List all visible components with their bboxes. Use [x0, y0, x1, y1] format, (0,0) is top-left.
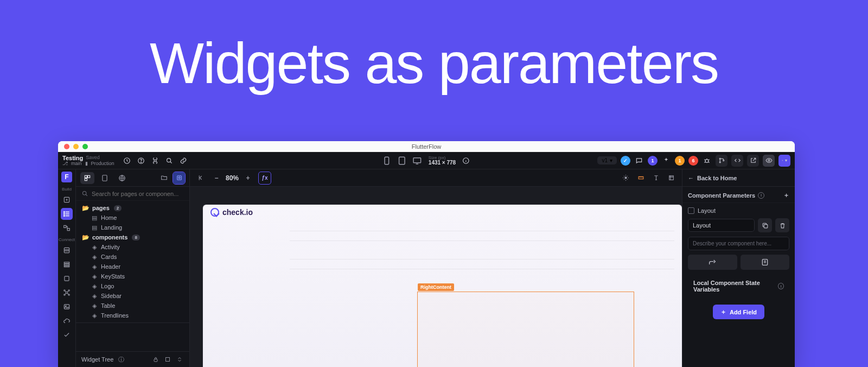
diamond-icon: ◈ [91, 273, 98, 280]
layout-field[interactable]: Layout [688, 219, 755, 232]
database-icon[interactable] [61, 244, 73, 256]
warning-badge[interactable]: 1 [675, 156, 685, 166]
component-item[interactable]: ◈Header [76, 262, 189, 271]
svg-rect-32 [88, 175, 90, 178]
expand-icon[interactable] [175, 355, 184, 364]
text-icon[interactable] [650, 173, 661, 184]
pages-folder[interactable]: 📂 pages 2 [76, 203, 189, 213]
size-value: 1431 × 778 [429, 160, 456, 166]
function-icon[interactable]: ƒx [258, 172, 271, 185]
run-button[interactable]: ▾ [778, 155, 790, 167]
zoom-controls: − 80% + [212, 173, 253, 183]
bug-icon[interactable] [702, 156, 712, 166]
chevron-down-icon: ▾ [610, 157, 612, 163]
link-icon[interactable] [178, 156, 188, 166]
version-selector[interactable]: v1▾ [597, 156, 617, 164]
component-item[interactable]: ◈Trendlines [76, 311, 189, 320]
command-icon[interactable] [150, 156, 160, 166]
page-icon: ▤ [91, 224, 98, 231]
component-item[interactable]: ◈KeyStats [76, 271, 189, 281]
back-to-home-button[interactable]: ← Back to Home [688, 175, 737, 181]
info-icon[interactable]: ⓘ [117, 355, 125, 364]
collapse-left-icon[interactable] [195, 173, 206, 184]
zoom-in-button[interactable]: + [243, 173, 253, 183]
new-folder-icon[interactable] [158, 172, 170, 184]
add-widget-icon[interactable] [61, 194, 73, 206]
component-item[interactable]: ◈Sidebar [76, 291, 189, 301]
add-parameter-button[interactable]: ＋ [783, 191, 789, 199]
page-item[interactable]: ▤Home [76, 213, 189, 223]
checkbox-icon[interactable] [688, 207, 694, 214]
history-icon[interactable] [122, 156, 132, 166]
help-icon[interactable] [136, 156, 146, 166]
pages-tab-icon[interactable] [80, 172, 94, 184]
components-folder[interactable]: 📂 components 8 [76, 232, 189, 242]
app-logo-icon[interactable]: F [61, 172, 72, 182]
layout-checkbox-row[interactable]: Layout [688, 207, 789, 214]
canvas[interactable]: check.io RightContent [190, 187, 682, 367]
component-item[interactable]: ◈Logo [76, 281, 189, 291]
api-icon[interactable] [61, 287, 73, 299]
svg-rect-29 [64, 305, 69, 309]
preview-icon[interactable] [763, 155, 775, 167]
add-field-button[interactable]: ＋ Add Field [713, 305, 764, 319]
component-item[interactable]: ◈Activity [76, 242, 189, 252]
svg-rect-43 [669, 176, 673, 180]
collapse-icon[interactable] [163, 355, 172, 364]
page-tree: 📂 pages 2 ▤Home ▤Landing 📂 components 8 … [76, 201, 189, 351]
tests-icon[interactable] [61, 329, 73, 341]
zoom-out-button[interactable]: − [212, 173, 221, 183]
appstate-icon[interactable] [61, 273, 73, 284]
lock-icon[interactable] [151, 355, 160, 364]
resize-icon[interactable] [666, 173, 676, 184]
svg-rect-6 [413, 157, 421, 162]
docs-tab[interactable] [741, 255, 790, 270]
media-icon[interactable] [61, 301, 73, 313]
window-title: FlutterFlow [58, 143, 795, 150]
svg-rect-31 [85, 175, 87, 178]
info-icon[interactable]: i [758, 192, 764, 199]
app-window: FlutterFlow Testing Saved ⎇ main ▮ Produ… [58, 141, 795, 367]
branch-name[interactable]: main [71, 161, 82, 167]
delete-icon[interactable] [775, 218, 789, 232]
error-badge[interactable]: 6 [688, 156, 698, 166]
component-item[interactable]: ◈Cards [76, 252, 189, 262]
svg-point-26 [68, 290, 69, 291]
theme-icon[interactable] [620, 173, 631, 184]
datatypes-icon[interactable] [61, 258, 73, 270]
phone-icon[interactable] [382, 156, 392, 165]
svg-rect-19 [64, 248, 69, 252]
status-check-icon[interactable]: ✓ [621, 156, 630, 166]
size-info-icon[interactable] [461, 156, 471, 166]
actions-tab[interactable] [688, 255, 737, 270]
svg-rect-4 [385, 157, 389, 164]
code-icon[interactable] [731, 155, 743, 167]
left-panel: 📂 pages 2 ▤Home ▤Landing 📂 components 8 … [76, 169, 190, 367]
environment-name[interactable]: Production [91, 161, 114, 167]
desktop-icon[interactable] [412, 156, 422, 165]
info-icon[interactable]: i [778, 283, 784, 289]
storyboard-icon[interactable] [61, 222, 73, 234]
cloud-icon[interactable] [61, 315, 73, 327]
ruler-icon[interactable] [635, 173, 646, 184]
open-external-icon[interactable] [747, 155, 759, 167]
search-input[interactable] [92, 191, 184, 197]
selection-box[interactable]: RightContent [417, 292, 634, 367]
artboard[interactable]: check.io RightContent [203, 205, 682, 367]
sparkle-icon[interactable] [661, 156, 671, 166]
component-item[interactable]: ◈Table [76, 301, 189, 311]
page-tree-icon[interactable] [61, 208, 73, 220]
page-item[interactable]: ▤Landing [76, 223, 189, 232]
widget-tree-header[interactable]: Widget Tree ⓘ [76, 351, 189, 367]
branch-icon[interactable] [716, 155, 727, 167]
search-icon[interactable] [164, 156, 174, 166]
tablet-icon[interactable] [397, 156, 407, 165]
components-tab-icon[interactable] [98, 172, 112, 184]
globe-tab-icon[interactable] [115, 172, 129, 184]
description-field[interactable]: Describe your component here... [688, 237, 789, 250]
component-mode-icon[interactable] [173, 172, 185, 184]
comments-icon[interactable] [634, 156, 644, 166]
copy-icon[interactable] [758, 218, 772, 232]
svg-point-41 [624, 176, 627, 179]
notification-badge[interactable]: 1 [648, 156, 658, 166]
